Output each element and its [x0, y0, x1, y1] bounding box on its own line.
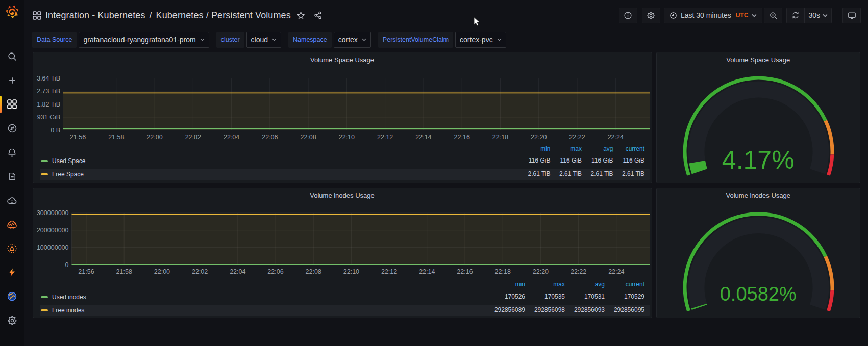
x-axis-label: 22:22	[569, 134, 585, 141]
chevron-down-icon	[823, 14, 828, 17]
sidebar-item-alerting[interactable]	[0, 142, 24, 163]
x-axis-label: 21:58	[108, 134, 124, 141]
search-icon	[7, 51, 17, 62]
incident-icon	[7, 243, 17, 254]
x-axis-label: 21:56	[78, 268, 94, 275]
chevron-down-icon	[752, 14, 757, 17]
x-axis-label: 22:20	[531, 134, 547, 141]
panel-info-button[interactable]	[619, 8, 637, 23]
variable-label[interactable]: PersistentVolumeClaim	[378, 32, 453, 48]
variable-label[interactable]: Namespace	[288, 32, 332, 48]
x-axis-label: 22:02	[191, 268, 207, 275]
apps-grid-icon	[33, 11, 41, 20]
sidebar-item-synthetics[interactable]	[0, 286, 24, 307]
x-axis-label: 22:22	[570, 268, 586, 275]
time-range-label: Last 30 minutes	[681, 11, 731, 19]
line-chart-canvas[interactable]: 3.64 TiB2.73 TiB1.82 TiB931 GiB0 B21:562…	[33, 52, 653, 184]
synthetics-icon	[7, 291, 17, 302]
variable-select[interactable]: grafanacloud-ryanggrafana01-prom	[79, 32, 209, 48]
main-area: Integration - Kubernetes / Kubernetes / …	[24, 0, 868, 346]
zoom-out-button[interactable]	[764, 8, 782, 23]
x-axis-label: 22:08	[300, 134, 316, 141]
breadcrumb-separator: /	[150, 10, 152, 21]
variable-label[interactable]: Data Source	[32, 32, 77, 48]
clock-icon	[669, 12, 677, 19]
series-fill	[63, 93, 650, 130]
active-indicator	[0, 96, 2, 113]
series-fill	[71, 214, 650, 264]
machine-learning-icon	[7, 219, 17, 230]
panel-inodes-ts: Volume inodes Usage300000000200000000100…	[33, 188, 652, 318]
variable-select[interactable]: cloud	[246, 32, 281, 48]
variable-value: grafanacloud-ryanggrafana01-prom	[83, 36, 195, 44]
dashboards-icon	[7, 99, 17, 109]
x-axis-label: 22:18	[492, 134, 508, 141]
refresh-button[interactable]	[786, 8, 805, 23]
share-button[interactable]	[314, 11, 322, 19]
sidebar-item-settings[interactable]	[0, 310, 24, 331]
sidebar-item-incident[interactable]	[0, 238, 24, 258]
x-axis-label: 22:18	[494, 268, 510, 275]
x-axis-label: 22:16	[454, 134, 469, 141]
y-axis-label: 0	[65, 261, 68, 269]
sidebar-item-machine-learning[interactable]	[0, 214, 24, 234]
alerting-icon	[7, 148, 17, 157]
sidebar-item-cloud-alerts[interactable]	[0, 190, 24, 210]
x-axis-label: 21:58	[116, 268, 132, 275]
tv-mode-button[interactable]	[842, 8, 861, 23]
x-axis-label: 22:16	[457, 268, 473, 275]
y-axis-label: 2.73 TiB	[37, 88, 60, 95]
sidebar-item-create[interactable]	[0, 70, 24, 91]
dashboard-settings-button[interactable]	[642, 8, 660, 23]
chevron-down-icon	[362, 38, 366, 41]
variable-value: cortex	[338, 36, 358, 44]
breadcrumb-section[interactable]: Integration - Kubernetes	[45, 10, 145, 21]
variable-label[interactable]: cluster	[216, 32, 244, 48]
chevron-down-icon	[200, 38, 205, 41]
x-axis-label: 22:14	[419, 268, 435, 275]
sidebar-item-explore[interactable]	[0, 118, 24, 139]
y-axis-label: 100000000	[36, 244, 68, 251]
x-axis-label: 22:12	[377, 134, 393, 141]
y-axis-label: 300000000	[36, 209, 68, 217]
x-axis-label: 22:02	[185, 134, 201, 141]
refresh-picker: 30s	[786, 8, 832, 23]
x-axis-label: 21:56	[69, 134, 85, 141]
x-axis-label: 22:10	[338, 134, 354, 141]
variable-value: cortex-pvc	[460, 36, 493, 44]
variable-select[interactable]: cortex-pvc	[455, 32, 506, 48]
x-axis-label: 22:24	[607, 134, 623, 141]
time-range-picker[interactable]: Last 30 minutes UTC	[664, 8, 763, 23]
refresh-interval-dropdown[interactable]: 30s	[805, 8, 832, 23]
sidebar-item-docs[interactable]	[0, 166, 24, 187]
cloud-alerts-icon	[7, 195, 17, 206]
variable-group-2: Namespacecortex	[288, 32, 371, 48]
sidebar-item-dashboards[interactable]	[0, 94, 24, 115]
y-axis-label: 200000000	[36, 227, 68, 234]
x-axis-label: 22:14	[415, 134, 431, 141]
docs-icon	[8, 172, 17, 181]
line-chart-canvas[interactable]: 300000000200000000100000000021:5621:5822…	[33, 188, 653, 319]
x-axis-label: 22:04	[223, 134, 239, 141]
x-axis-label: 22:10	[343, 268, 359, 275]
panel-inodes-gauge: Volume inodes Usage0.0582%	[656, 188, 860, 318]
variable-select[interactable]: cortex	[334, 32, 371, 48]
refresh-interval-label: 30s	[808, 11, 820, 19]
y-axis-label: 931 GiB	[37, 114, 60, 121]
sidebar-item-search[interactable]	[0, 46, 24, 67]
gauge-value-text: 4.17%	[657, 147, 860, 173]
grafana-logo[interactable]	[5, 5, 19, 19]
page-title: Kubernetes / Persistent Volumes	[156, 10, 291, 21]
chevron-down-icon	[497, 38, 502, 41]
variable-group-1: clustercloud	[216, 32, 281, 48]
page-header: Integration - Kubernetes / Kubernetes / …	[24, 0, 868, 31]
y-axis-label: 1.82 TiB	[37, 100, 60, 108]
panel-space-gauge: Volume Space Usage4.17%	[656, 52, 860, 183]
explore-icon	[7, 123, 17, 134]
variable-group-0: Data Sourcegrafanacloud-ryanggrafana01-p…	[32, 32, 209, 48]
variables-row: Data Sourcegrafanacloud-ryanggrafana01-p…	[32, 32, 506, 48]
favorite-star-button[interactable]	[296, 11, 305, 20]
variable-value: cloud	[251, 36, 268, 44]
x-axis-label: 22:24	[608, 268, 624, 275]
sidebar-item-k6-performance[interactable]	[0, 262, 24, 283]
